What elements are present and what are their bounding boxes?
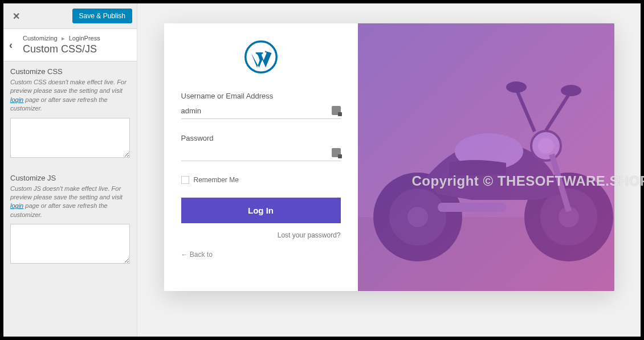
panel-title: Custom CSS/JS [23,43,131,55]
save-publish-button[interactable]: Save & Publish [72,9,132,23]
js-label: Customize JS [10,174,130,182]
custom-js-textarea[interactable] [10,224,130,264]
lost-password-link[interactable]: Lost your password? [181,231,341,239]
autofill-icon[interactable] [332,106,341,115]
login-button[interactable]: Log In [181,198,341,223]
login-hero-image [358,23,614,291]
panel-header: ‹ Customizing ▸ LoginPress Custom CSS/JS [3,29,137,62]
js-description: Custom JS doesn't make effect live. For … [10,185,130,220]
customize-js-section: Customize JS Custom JS doesn't make effe… [3,168,137,275]
customize-css-section: Customize CSS Custom CSS doesn't make ef… [3,62,137,168]
custom-css-textarea[interactable] [10,118,130,158]
username-input[interactable] [181,106,332,115]
password-label: Password [181,134,341,142]
username-label: Username or Email Address [181,92,341,100]
preview-pane: Username or Email Address Password Remem… [137,3,641,337]
username-row [181,103,341,119]
js-login-link[interactable]: login [10,202,23,209]
breadcrumb: Customizing ▸ LoginPress [23,35,131,42]
css-label: Customize CSS [10,67,130,76]
close-icon[interactable]: ✕ [8,8,24,24]
login-form: Username or Email Address Password Remem… [164,23,358,291]
remember-row: Remember Me [181,176,341,184]
autofill-icon[interactable] [332,148,341,157]
back-icon[interactable]: ‹ [9,39,23,51]
remember-checkbox[interactable] [181,176,189,184]
login-card: Username or Email Address Password Remem… [164,23,614,291]
css-login-link[interactable]: login [10,96,23,103]
back-to-link[interactable]: ← Back to [181,251,341,259]
customizer-sidebar: ✕ Save & Publish ‹ Customizing ▸ LoginPr… [3,3,137,337]
sidebar-topbar: ✕ Save & Publish [3,3,137,29]
password-input[interactable] [181,149,332,157]
css-description: Custom CSS doesn't make effect live. For… [10,78,130,113]
remember-label: Remember Me [194,176,239,184]
password-row [181,145,341,161]
wordpress-logo-icon [244,40,278,76]
